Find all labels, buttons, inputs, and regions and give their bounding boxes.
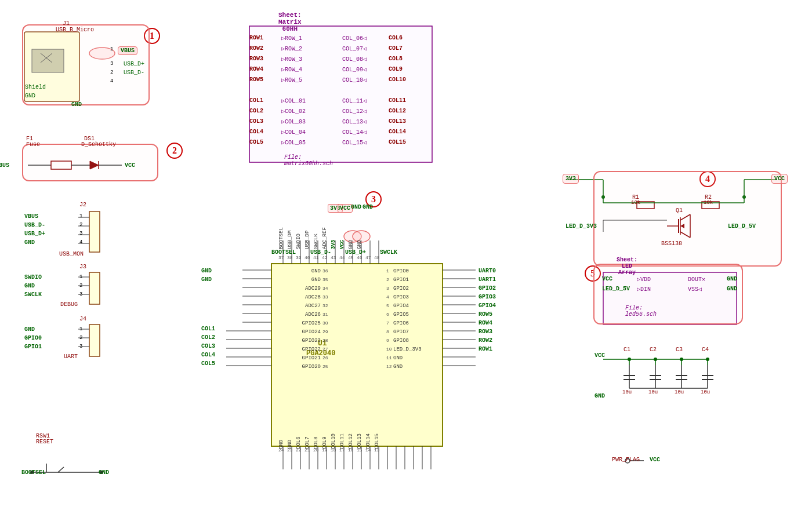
u1-row4-net: ROW4 [478, 320, 492, 326]
matrix-row1-sig: ▷ROW_1 [281, 35, 302, 42]
j3-value: DEBUG [60, 301, 78, 308]
u1-tpn46: 46 [357, 255, 362, 260]
j2-ref: J2 [79, 202, 86, 208]
matrix-col11-sig: COL_11◁ [342, 97, 367, 104]
rsw1-gnd: GND [99, 469, 109, 476]
u1-gpio2r: GPIO2 [393, 286, 409, 291]
j2-pin1: 1 [79, 213, 82, 219]
u1-tpn42: 42 [322, 255, 328, 260]
matrix-col15-sig: COL_15◁ [342, 139, 367, 146]
matrix-sheet-title: Sheet: Matrix 60HH [278, 12, 302, 32]
j1-value: USB_B_Micro [56, 27, 94, 33]
j2-usbdm: USB_D- [24, 222, 45, 228]
led-gnd1: GND [727, 276, 737, 282]
top-bootsel-net: BOOTSEL [271, 249, 296, 256]
u1-row3-net: ROW3 [478, 329, 492, 335]
u1-gpio6r: GPIO6 [393, 320, 409, 326]
u1-tpn39: 39 [296, 255, 302, 260]
highlight-f1-ds1 [22, 144, 158, 181]
svg-point-36 [628, 358, 631, 361]
led-d-3v3-net: LED_D_3V3 [566, 223, 597, 229]
ds1-vcc: VCC [125, 162, 135, 169]
j4-value: UART [64, 353, 78, 360]
cap-gnd: GND [594, 393, 605, 399]
matrix-col14-net: COL14 [389, 129, 406, 135]
j4-ref: J4 [79, 316, 86, 322]
u1-tp-usbdp: USB_DP [304, 231, 310, 249]
svg-point-37 [654, 358, 657, 361]
u1-tpn40: 40 [304, 255, 310, 260]
u1-bpn23: 23 [287, 447, 293, 453]
u1-tp-bootsel: BOOTSEL [278, 227, 284, 249]
q1-value: BSS138 [661, 240, 682, 247]
j2-pin3: 3 [79, 231, 82, 236]
rsw1-bootsel: BOOTSEL [21, 469, 46, 476]
u1-rpn3: 3 [386, 286, 389, 291]
j2-pin4: 4 [79, 239, 82, 245]
u1-tp-usbdm: USB_DM [287, 231, 293, 249]
u1-pn30: 30 [322, 320, 328, 326]
u1-bottom-pins-area: GND GND COL6 COL7 COL8 COL9 COL10 COL11 … [271, 446, 443, 493]
u1-gndr12: GND [393, 364, 403, 370]
u1-gpio24: GPIO24 [274, 329, 321, 335]
u1-bpn24: 24 [278, 447, 284, 453]
c3-ref: C3 [676, 347, 683, 353]
u1-bp-col13: COL13 [357, 433, 362, 449]
u1-bpn14: 14 [365, 447, 371, 453]
matrix-col7-sig: COL_07◁ [342, 45, 367, 52]
u1-pn31: 31 [322, 312, 328, 317]
svg-point-38 [680, 358, 683, 361]
top-vcc-net: VCC [771, 174, 788, 184]
u1-gndr11: GND [393, 355, 403, 361]
u1-bp-col10: COL10 [331, 433, 336, 449]
u1-tpn38: 38 [287, 255, 293, 260]
svg-point-39 [706, 358, 709, 361]
highlight-led-array [593, 264, 743, 325]
j1-pin4: 4 [110, 78, 113, 84]
u1-uart0-net: UART0 [478, 268, 496, 274]
led-vcc: VCC [602, 276, 612, 282]
top-swclk-net: SWCLK [380, 249, 397, 256]
u1-bpn22: 22 [296, 447, 302, 453]
u1-adc27: ADC27 [274, 303, 321, 309]
matrix-col13-net: COL13 [389, 118, 406, 125]
u1-rpn4: 4 [386, 294, 389, 300]
u1-bpn15: 15 [357, 447, 362, 453]
matrix-col8-sig: COL_08◁ [342, 56, 367, 63]
c2-value: 10u [648, 389, 658, 395]
c1-ref: C1 [624, 347, 630, 353]
annotation-2: 2 [166, 143, 183, 159]
j1-pin1: 1 [110, 46, 113, 52]
led-vss-sig: VSS◁ [688, 286, 702, 293]
u1-gpio3-net: GPIO3 [478, 294, 496, 300]
j3-swdio: SWDIO [24, 274, 42, 280]
u1-rpn9: 9 [386, 338, 389, 343]
matrix-col1-label: COL1 [249, 97, 263, 104]
r1-value: 10k [631, 200, 640, 206]
matrix-col04-sig: ▷COL_04 [281, 129, 306, 136]
u1-pn32: 32 [322, 303, 328, 308]
c4-value: 10u [701, 389, 710, 395]
j4-pin1: 1 [79, 326, 82, 332]
u1-adc26: ADC26 [274, 312, 321, 318]
u1-gpio1r: GPIO1 [393, 277, 409, 283]
matrix-file: File: matrix60hh.sch [284, 154, 333, 167]
u1-col5-net: COL5 [201, 360, 215, 367]
u1-pn36: 36 [322, 268, 328, 274]
f1-value: Fuse [26, 141, 40, 148]
led-d-5v-net: LED_D_5V [728, 223, 756, 229]
led-d5v: LED_D_5V [602, 286, 630, 292]
u1-led3v3r: LED_D_3V3 [393, 347, 422, 352]
matrix-col5-label: COL5 [249, 139, 263, 145]
j1-ref: J1 [63, 20, 70, 27]
j2-gnd: GND [24, 239, 35, 246]
j2-pin2: 2 [79, 222, 82, 228]
matrix-row4-sig: ▷ROW_4 [281, 66, 302, 73]
u1-rpn8: 8 [386, 329, 389, 334]
matrix-row3-label: ROW3 [249, 56, 263, 62]
j4-gpio0: GPIO0 [24, 335, 42, 341]
j2-value: USB_MON [59, 251, 84, 257]
j1-pin3: 3 [110, 61, 113, 67]
u1-bp-col11: COL11 [339, 433, 345, 449]
svg-rect-6 [89, 272, 100, 304]
